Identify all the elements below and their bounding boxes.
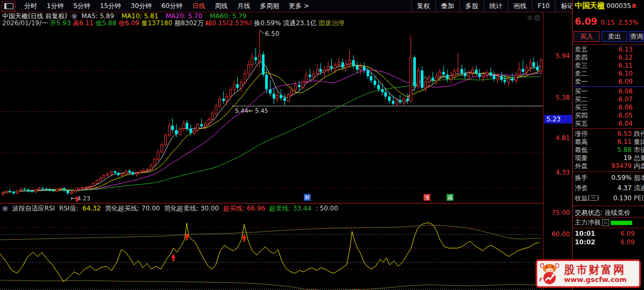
axis-label: 4.81 [545, 134, 570, 142]
bull-logo-icon [537, 262, 562, 286]
pane-separator [0, 203, 543, 204]
overlay-button[interactable]: 叠加 [435, 0, 459, 12]
tab-weekly[interactable]: 周线 [210, 0, 232, 12]
adjust-button[interactable]: 复权 [411, 0, 435, 12]
stat-row: 涨停6.53跌停 [575, 130, 644, 138]
stat-row: 净资4.37流通 [575, 184, 644, 192]
detail-icon[interactable]: ☷ [602, 219, 609, 226]
trade-status: 交易状态: 连续竞价 [575, 208, 631, 218]
tab-multi-period[interactable]: 多周期 [255, 0, 284, 12]
amount-value: 额8302万 [174, 19, 204, 27]
bid-row[interactable]: 买一6.08 [575, 88, 642, 96]
window-restore-icon[interactable] [2, 1, 16, 11]
multi-stock-button[interactable]: 多股 [459, 0, 484, 12]
stat-row: 最低5.88市值 [575, 146, 644, 154]
ma20-legend: MA20: 5.70 [166, 12, 202, 20]
event-tag[interactable]: 涨 [423, 194, 430, 201]
indicator-name[interactable]: 波段自适应RSI [12, 205, 55, 212]
sell-button[interactable]: 卖出 [602, 31, 627, 42]
tab-30min[interactable]: 30分钟 [126, 0, 157, 12]
change-value: 幅0.15(2.53%) [206, 19, 252, 27]
tab-more[interactable]: 更多 > [284, 0, 314, 12]
tdx-stock-app: 分时1分钟5分钟15分钟30分钟60分钟日线周线月线多周期更多 > 复权叠加多股… [0, 0, 644, 290]
float-shares-value: 流通23.1亿 [283, 19, 317, 27]
event-tag[interactable]: 减 [447, 194, 453, 201]
bid-row[interactable]: 买四6.05 [575, 112, 642, 120]
tick-row: 10:016.09 [575, 229, 642, 238]
bid-row[interactable]: 买三6.06 [575, 104, 642, 112]
low-value: 低5.88 [96, 19, 116, 27]
ask-row[interactable]: 卖二6.10 [575, 70, 642, 78]
rsi-value-label: RSI值: [59, 205, 78, 212]
rsi-value: 64.32 [83, 205, 101, 212]
f10-button[interactable]: F10 [532, 0, 555, 12]
price-marker-badge: 5.23 [544, 115, 574, 124]
top-toolbar: 分时1分钟5分钟15分钟30分钟60分钟日线周线月线多周期更多 > 复权叠加多股… [0, 0, 644, 12]
bid-row[interactable]: 买五6.04 [575, 120, 642, 128]
chart-title-row: 中国天楹(日线 前复权) v MA5: 5.89 MA10: 5.81 MA20… [2, 12, 246, 20]
main-force-row[interactable]: 主力净额☷ [575, 219, 632, 227]
ask-row[interactable]: 卖五6.13 [575, 46, 642, 54]
rsi-axis-label: 75.00 [545, 209, 570, 216]
panel-stock-name[interactable]: 中国天楹 [575, 1, 605, 10]
ma10-legend: MA10: 5.81 [121, 12, 158, 20]
open-value: 开5.93 [50, 19, 71, 27]
volume-value: 量137180 [141, 19, 172, 27]
tab-15min[interactable]: 15分钟 [95, 0, 126, 12]
stats-button[interactable]: 统计 [484, 0, 508, 12]
axis-label: 4.33 [545, 169, 570, 176]
close-value: 收6.09 [119, 19, 140, 27]
price-axis: 5.94 5.38 4.81 4.33 5.23 75.00 60.00 [543, 12, 573, 290]
tick-row: 10:026.09 [575, 238, 642, 247]
overbought-value: 超买线: 66.96 [223, 205, 265, 212]
indicator-collapse-icon[interactable]: v [2, 206, 8, 212]
main-force-label: 主力净额 [575, 219, 601, 226]
watermark-site-name: 股市财富网 [564, 264, 627, 276]
tab-fenshi[interactable]: 分时 [19, 0, 42, 12]
ma60-legend: MA60: 5.79 [210, 12, 246, 20]
simple-oversold-label: 简化超卖线: 30.00 [164, 205, 219, 212]
draw-line-button[interactable]: 画线 [508, 0, 532, 12]
diamond-icon[interactable]: ◇ [528, 14, 534, 21]
split-window-icon[interactable]: ◫ [534, 14, 541, 21]
tab-monthly[interactable]: 月线 [232, 0, 255, 12]
ask-row[interactable]: 卖四6.12 [575, 54, 642, 62]
stat-row: 现量19总量 [575, 154, 644, 162]
rsi-indicator-chart[interactable] [0, 213, 543, 290]
stock-title: 中国天楹(日线 前复权) [2, 12, 67, 20]
date-value: 2026/01/19/一 [2, 19, 48, 27]
period-tabs: 分时1分钟5分钟15分钟30分钟60分钟日线周线月线多周期更多 > [19, 0, 314, 12]
watermark-site-url: www.gscfw.com [564, 276, 627, 284]
axis-label: 5.38 [545, 94, 570, 102]
high-value: 高6.11 [73, 19, 94, 27]
main-force-bar [611, 221, 632, 225]
event-tag[interactable]: 财 [304, 194, 311, 201]
sector-tag[interactable]: 固废治理 [319, 19, 345, 27]
tab-60min[interactable]: 60分钟 [157, 0, 187, 12]
price-change-pct: 2.53% [618, 19, 639, 26]
site-watermark: 股市财富网 www.gscfw.com [536, 259, 641, 288]
turnover-value: 换0.59% [254, 19, 281, 27]
last-price: 6.09 [575, 16, 597, 27]
query-button[interactable]: 查询 [630, 31, 643, 42]
buy-button[interactable]: 买入 [574, 31, 599, 42]
daily-info-row: 2026/01/19/一 开5.93 高6.11 低5.88 收6.09 量13… [2, 20, 345, 27]
margin-flag-badge: R [632, 3, 636, 9]
bid-row[interactable]: 买二6.07 [575, 96, 642, 104]
ask-row[interactable]: 卖三6.11 [575, 62, 642, 70]
indicator-header: v 波段自适应RSI RSI值: 64.32 简化超买线: 70.00 简化超卖… [1, 205, 340, 212]
mid-line-value: : 50.00 [316, 205, 338, 212]
tab-1min[interactable]: 1分钟 [42, 0, 69, 12]
main-candlestick-chart[interactable] [0, 27, 543, 203]
stat-row: 外盘93479内盘 [575, 162, 644, 170]
panel-stock-code: 000035 [606, 2, 631, 10]
quote-panel: 中国天楹000035R 6.090.152.53% 买入卖出查询 卖五6.13 … [572, 0, 644, 290]
oversold-value: 超卖线: 33.44 [269, 205, 311, 212]
price-change: 0.15 [601, 19, 615, 26]
tab-daily[interactable]: 日线 [187, 0, 210, 12]
ask-row[interactable]: 卖一6.09 [575, 78, 642, 86]
stat-row: 收益(三)0.130PE( [575, 194, 644, 202]
tab-5min[interactable]: 5分钟 [69, 0, 96, 12]
collapse-chevron-icon[interactable]: v [71, 13, 77, 19]
chart-corner-icons: ◇◫ [528, 14, 542, 21]
